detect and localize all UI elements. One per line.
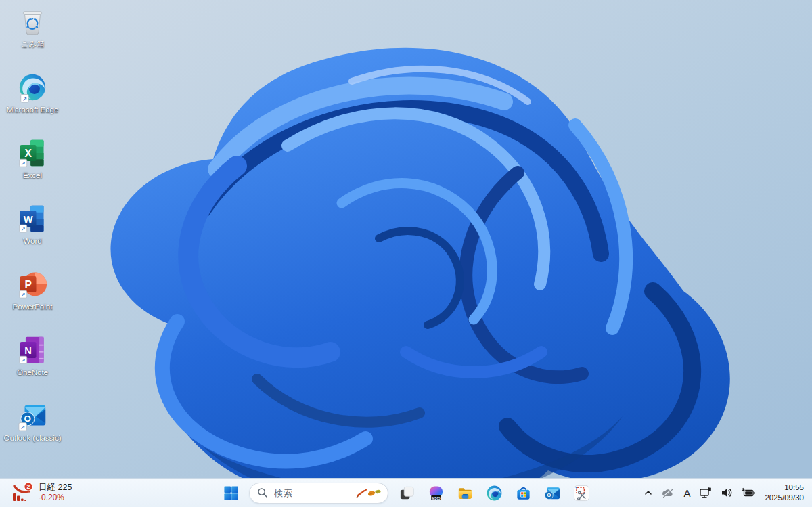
desktop-icon-label: Excel bbox=[23, 171, 42, 180]
svg-text:↗: ↗ bbox=[21, 292, 26, 298]
svg-text:↗: ↗ bbox=[22, 95, 27, 102]
microsoft-edge-button[interactable] bbox=[480, 480, 508, 506]
file-explorer-button[interactable] bbox=[451, 480, 478, 506]
taskbar-search[interactable] bbox=[249, 483, 388, 504]
search-input[interactable] bbox=[273, 487, 355, 499]
desktop-icon-label: Word bbox=[23, 237, 41, 246]
powerpoint-icon: P ↗ bbox=[18, 265, 47, 301]
svg-text:O: O bbox=[547, 492, 551, 498]
windows-start-icon bbox=[223, 485, 240, 502]
desktop-icon-excel[interactable]: X ↗ Excel bbox=[3, 134, 62, 193]
svg-text:P: P bbox=[24, 279, 31, 290]
desktop-icon-label: Microsoft Edge bbox=[7, 106, 59, 114]
svg-text:O: O bbox=[24, 414, 31, 424]
start-button[interactable] bbox=[217, 480, 244, 506]
svg-text:X: X bbox=[24, 148, 32, 159]
onenote-icon: N ↗ bbox=[18, 331, 47, 366]
ime-mode-label: A bbox=[683, 487, 690, 499]
battery-charging-icon bbox=[741, 487, 756, 498]
task-view-icon bbox=[399, 485, 415, 502]
volume-button[interactable] bbox=[717, 480, 736, 506]
chevron-up-icon bbox=[644, 488, 653, 498]
system-tray: A bbox=[640, 479, 809, 507]
desktop-icon-label: ごみ箱 bbox=[20, 40, 44, 49]
clock-time: 10:55 bbox=[784, 483, 804, 493]
widgets-button[interactable]: 2 日経 225 -0.20% bbox=[5, 479, 77, 507]
svg-text:W: W bbox=[24, 214, 33, 225]
desktop-icon-label: Outlook (classic) bbox=[4, 434, 62, 443]
svg-text:↗: ↗ bbox=[20, 424, 25, 431]
svg-text:↗: ↗ bbox=[21, 160, 26, 167]
widget-change: -0.20% bbox=[39, 493, 72, 502]
hidden-icons-button[interactable] bbox=[640, 480, 656, 506]
outlook-icon: O bbox=[544, 485, 561, 502]
svg-text:↗: ↗ bbox=[21, 357, 26, 363]
clock-date: 2025/09/30 bbox=[765, 493, 804, 503]
desktop-icon-outlook-classic[interactable]: O ↗ Outlook (classic) bbox=[3, 397, 62, 456]
network-button[interactable] bbox=[696, 480, 716, 506]
desktop-icon-microsoft-edge[interactable]: ↗ Microsoft Edge bbox=[3, 68, 62, 127]
file-explorer-icon bbox=[457, 485, 474, 502]
ethernet-network-icon bbox=[699, 487, 713, 499]
desktop-icon-onenote[interactable]: N ↗ OneNote bbox=[3, 331, 62, 390]
word-icon: W ↗ bbox=[18, 200, 47, 235]
recycle-bin-icon bbox=[18, 3, 47, 38]
outlook-button[interactable]: O bbox=[539, 480, 566, 506]
microsoft-store-icon bbox=[515, 485, 532, 502]
excel-icon: X ↗ bbox=[18, 134, 47, 169]
desktop-icon-word[interactable]: W ↗ Word bbox=[3, 200, 62, 259]
svg-text:↗: ↗ bbox=[21, 226, 26, 232]
copilot-badge-label: M365 bbox=[432, 496, 441, 500]
microsoft-edge-icon: ↗ bbox=[17, 68, 48, 104]
svg-text:N: N bbox=[24, 345, 32, 356]
autumn-leaves-icon bbox=[355, 486, 382, 500]
desktop-icon-label: OneNote bbox=[17, 368, 48, 377]
taskbar: 2 日経 225 -0.20% bbox=[0, 478, 812, 507]
microsoft-edge-icon bbox=[486, 485, 503, 502]
m365-copilot-icon: M365 bbox=[428, 485, 445, 502]
search-icon bbox=[257, 487, 268, 498]
snipping-tool-button[interactable] bbox=[568, 480, 595, 506]
desktop-icon-powerpoint[interactable]: P ↗ PowerPoint bbox=[3, 265, 62, 324]
microsoft-store-button[interactable] bbox=[510, 480, 537, 506]
snipping-tool-icon bbox=[573, 485, 590, 502]
desktop-icon-column: ごみ箱 bbox=[3, 3, 62, 462]
clock[interactable]: 10:55 2025/09/30 bbox=[761, 483, 809, 503]
battery-button[interactable] bbox=[738, 480, 759, 506]
stock-down-chart-icon: 2 bbox=[11, 481, 34, 504]
onedrive-button[interactable] bbox=[658, 480, 678, 506]
volume-icon bbox=[721, 487, 733, 498]
windows-desktop: ごみ箱 bbox=[0, 0, 812, 507]
ime-mode-button[interactable]: A bbox=[679, 480, 694, 506]
onedrive-offline-icon bbox=[661, 487, 675, 498]
m365-copilot-button[interactable]: M365 bbox=[422, 480, 449, 506]
widget-texts: 日経 225 -0.20% bbox=[39, 483, 72, 502]
taskbar-center-group: M365 bbox=[217, 479, 595, 507]
desktop-icon-recycle-bin[interactable]: ごみ箱 bbox=[3, 3, 62, 62]
widget-badge-count: 2 bbox=[27, 483, 30, 490]
task-view-button[interactable] bbox=[393, 480, 420, 506]
widget-title: 日経 225 bbox=[39, 483, 72, 493]
desktop-icon-label: PowerPoint bbox=[13, 303, 53, 311]
bloom-wallpaper bbox=[0, 0, 812, 507]
outlook-icon: O ↗ bbox=[17, 397, 48, 432]
